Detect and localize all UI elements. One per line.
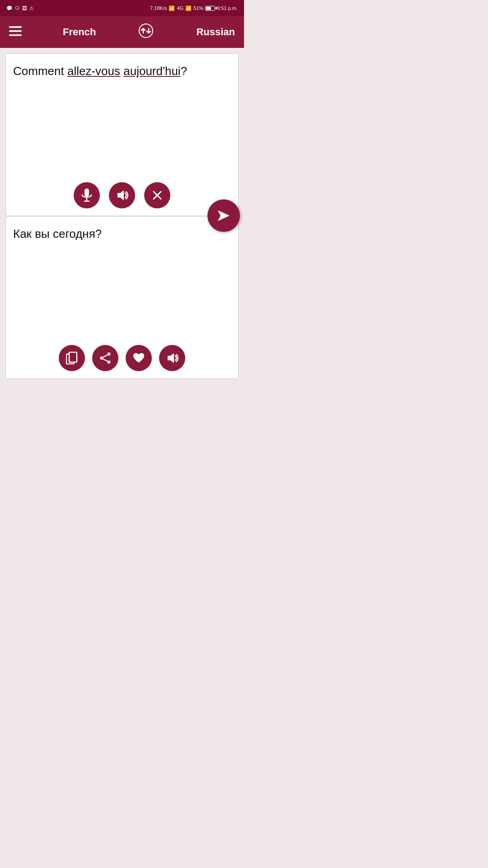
battery-icon [205, 6, 215, 11]
svg-point-13 [108, 361, 111, 364]
svg-rect-2 [9, 34, 22, 36]
image-icon: 🖼 [22, 5, 27, 11]
input-actions [74, 182, 170, 208]
favorite-button[interactable] [126, 345, 152, 371]
svg-line-15 [103, 355, 108, 357]
header: French Russian [0, 16, 244, 48]
menu-button[interactable] [9, 26, 22, 38]
speaker-input-button[interactable] [109, 182, 135, 208]
alert-icon: ⚠ [29, 5, 34, 11]
svg-point-14 [100, 357, 103, 360]
copy-button[interactable] [59, 345, 85, 371]
output-text: Как вы сегодня? [13, 226, 231, 242]
input-text-underlined-1: allez-vous [67, 64, 120, 78]
svg-rect-3 [84, 189, 89, 197]
input-text-underlined-2: aujourd'hui [123, 64, 180, 78]
input-panel: Comment allez-vous aujourd'hui? [5, 53, 239, 216]
network-type: 4G [177, 5, 183, 11]
clear-button[interactable] [144, 182, 170, 208]
output-actions [59, 345, 185, 371]
swap-languages-button[interactable] [137, 22, 155, 43]
speaker-output-button[interactable] [159, 345, 185, 371]
status-right-info: 7.18K/s 📶 4G 📶 51% 9:51 p.m. [150, 5, 238, 11]
output-panel: Как вы сегодня? [5, 216, 239, 379]
svg-rect-1 [9, 30, 22, 32]
svg-marker-6 [117, 190, 124, 200]
to-language[interactable]: Russian [196, 26, 235, 38]
from-language[interactable]: French [63, 26, 96, 38]
message-icon: 🗨 [15, 5, 20, 11]
svg-rect-0 [9, 26, 22, 28]
status-bar: 💬 🗨 🖼 ⚠ 7.18K/s 📶 4G 📶 51% 9:51 p.m. [0, 0, 244, 16]
svg-rect-11 [69, 352, 77, 362]
svg-line-16 [103, 359, 108, 361]
share-button[interactable] [92, 345, 118, 371]
network-speed: 7.18K/s [150, 5, 167, 11]
whatsapp-icon: 💬 [6, 5, 13, 11]
input-text: Comment allez-vous aujourd'hui? [13, 63, 231, 79]
send-button[interactable] [207, 199, 240, 232]
panels-wrapper: Comment allez-vous aujourd'hui? [0, 53, 244, 379]
svg-point-12 [108, 353, 111, 356]
signal-icon: 📶 [185, 5, 192, 11]
wifi-icon: 📶 [169, 5, 175, 11]
status-left-icons: 💬 🗨 🖼 ⚠ [6, 5, 34, 11]
svg-marker-17 [168, 353, 174, 363]
battery-percent: 51% [193, 5, 203, 11]
svg-marker-9 [218, 210, 230, 221]
microphone-button[interactable] [74, 182, 100, 208]
time: 9:51 p.m. [217, 5, 238, 11]
